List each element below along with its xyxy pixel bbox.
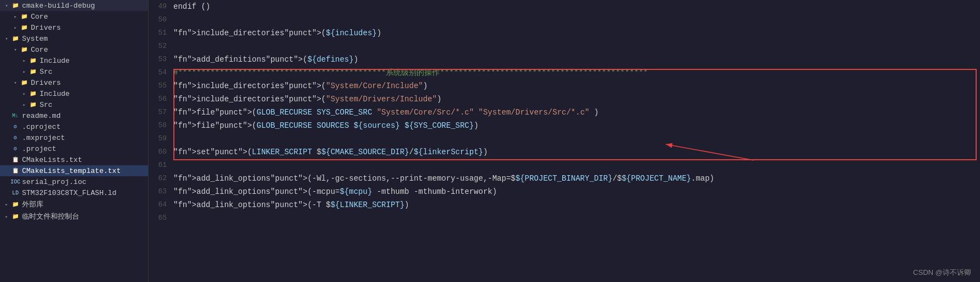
- tree-label: STM32F103C8TX_FLASH.ld: [22, 189, 117, 197]
- watermark: CSDN @诗不诉卿: [913, 268, 971, 278]
- line-number: 63: [149, 185, 173, 198]
- code-line: 65: [149, 212, 980, 225]
- line-content: [173, 40, 980, 53]
- chevron-icon: ▸: [20, 56, 29, 65]
- tree-item-src[interactable]: ▸📁Src: [0, 66, 148, 77]
- tree-label: System: [22, 35, 48, 43]
- code-line: 64"fn">add_link_options"punct">(-T $${LI…: [149, 198, 980, 212]
- line-content: [173, 132, 980, 145]
- line-content: "fn">include_directories"punct">("System…: [173, 93, 980, 106]
- chevron-icon: ▾: [11, 78, 20, 87]
- tree-item-temp[interactable]: ▸📁临时文件和控制台: [0, 210, 148, 223]
- tree-label: .mxproject: [22, 134, 65, 142]
- code-line: 51"fn">include_directories"punct">(${inc…: [149, 26, 980, 40]
- folder-icon: 📁: [20, 12, 29, 21]
- line-content: "fn">add_link_options"punct">(-T $${LINK…: [173, 198, 980, 212]
- code-lines: 49endif ()50 51"fn">include_directories"…: [149, 0, 980, 282]
- code-line: 55"fn">include_directories"punct">("Syst…: [149, 79, 980, 93]
- spacer-icon: [2, 144, 11, 153]
- line-content: "fn">add_link_options"punct">(-mcpu=${mc…: [173, 185, 980, 198]
- tree-label: CMakeLists_template.txt: [22, 167, 121, 175]
- line-content: [173, 159, 980, 172]
- tree-item-cmakelists[interactable]: 📋CMakeLists.txt: [0, 154, 148, 165]
- folder-icon: 📁: [20, 78, 29, 87]
- chevron-icon: ▾: [2, 34, 11, 43]
- file-tree[interactable]: ▾📁cmake-build-debug▸📁Core▸📁Drivers▾📁Syst…: [0, 0, 149, 282]
- folder-icon: 📁: [11, 200, 20, 209]
- spacer-icon: [2, 155, 11, 164]
- line-content: #***************************************…: [173, 66, 980, 79]
- cmake-file-icon: 📋: [11, 155, 20, 164]
- tree-label: cmake-build-debug: [22, 2, 95, 10]
- tree-item-cmakelists-template[interactable]: 📋CMakeLists_template.txt: [0, 165, 148, 176]
- spacer-icon: [2, 188, 11, 197]
- ioc-file-icon: IOC: [11, 177, 20, 186]
- line-number: 53: [149, 53, 173, 66]
- tree-label: CMakeLists.txt: [22, 156, 82, 164]
- tree-item-drivers-src[interactable]: ▸📁Src: [0, 99, 148, 110]
- tree-label: Include: [40, 90, 70, 98]
- spacer-icon: [2, 122, 11, 131]
- tree-label: serial_proj.ioc: [22, 178, 86, 186]
- tree-item-drivers[interactable]: ▾📁Drivers: [0, 77, 148, 88]
- code-line: 60"fn">set"punct">(LINKER_SCRIPT $${CMAK…: [149, 145, 980, 159]
- tree-label: .cproject: [22, 123, 61, 131]
- config-file-icon: ⚙: [11, 133, 20, 142]
- code-line: 63"fn">add_link_options"punct">(-mcpu=${…: [149, 185, 980, 198]
- line-number: 58: [149, 119, 173, 132]
- code-line: 58"fn">file"punct">(GLOB_RECURSE SOURCES…: [149, 119, 980, 132]
- folder-icon: 📁: [11, 34, 20, 43]
- tree-item-cproject[interactable]: ⚙.cproject: [0, 121, 148, 132]
- code-editor: 49endif ()50 51"fn">include_directories"…: [149, 0, 980, 282]
- tree-item-system[interactable]: ▾📁System: [0, 33, 148, 44]
- chevron-icon: ▸: [2, 200, 11, 209]
- code-line: 52: [149, 40, 980, 53]
- config-file-icon: ⚙: [11, 144, 20, 153]
- code-line: 62"fn">add_link_options"punct">(-Wl,-gc-…: [149, 172, 980, 185]
- line-content: "fn">add_definitions"punct">(${defines}): [173, 53, 980, 66]
- tree-label: readme.md: [22, 112, 61, 120]
- spacer-icon: [2, 177, 11, 186]
- code-line: 49endif (): [149, 0, 980, 13]
- tree-label: .project: [22, 145, 56, 153]
- tree-item-serial-proj[interactable]: IOCserial_proj.ioc: [0, 176, 148, 187]
- spacer-icon: [2, 133, 11, 142]
- line-number: 59: [149, 132, 173, 145]
- chevron-icon: ▸: [20, 89, 29, 98]
- line-number: 65: [149, 212, 173, 225]
- line-content: "fn">set"punct">(LINKER_SCRIPT $${CMAKE_…: [173, 145, 980, 159]
- tree-label: Include: [40, 57, 70, 65]
- tree-item-readme[interactable]: M↓readme.md: [0, 110, 148, 121]
- line-content: "fn">include_directories"punct">(${inclu…: [173, 26, 980, 40]
- md-file-icon: M↓: [11, 111, 20, 120]
- tree-item-core-top[interactable]: ▸📁Core: [0, 11, 148, 22]
- tree-item-include[interactable]: ▸📁Include: [0, 55, 148, 66]
- tree-item-drivers-include[interactable]: ▸📁Include: [0, 88, 148, 99]
- tree-item-core[interactable]: ▾📁Core: [0, 44, 148, 55]
- line-content: [173, 212, 980, 225]
- folder-icon: 📁: [29, 56, 37, 65]
- line-content: endif (): [173, 0, 980, 13]
- chevron-icon: ▸: [11, 12, 20, 21]
- code-line: 61: [149, 159, 980, 172]
- tree-item-cmake-build-debug[interactable]: ▾📁cmake-build-debug: [0, 0, 148, 11]
- line-content: [173, 13, 980, 26]
- line-number: 50: [149, 13, 173, 26]
- tree-item-stm32[interactable]: LDSTM32F103C8TX_FLASH.ld: [0, 187, 148, 198]
- line-content: "fn">add_link_options"punct">(-Wl,-gc-se…: [173, 172, 980, 185]
- tree-item-external[interactable]: ▸📁外部库: [0, 198, 148, 210]
- tree-item-mxproject[interactable]: ⚙.mxproject: [0, 132, 148, 143]
- folder-icon: 📁: [20, 45, 29, 54]
- chevron-icon: ▸: [11, 23, 20, 32]
- folder-icon: 📁: [11, 1, 20, 10]
- tree-label: Core: [31, 46, 48, 54]
- tree-item-project[interactable]: ⚙.project: [0, 143, 148, 154]
- line-number: 49: [149, 0, 173, 13]
- code-line: 59: [149, 132, 980, 145]
- tree-label: Drivers: [31, 24, 61, 32]
- line-number: 54: [149, 66, 173, 79]
- tree-item-drivers-top[interactable]: ▸📁Drivers: [0, 22, 148, 33]
- config-file-icon: ⚙: [11, 122, 20, 131]
- folder-icon: 📁: [20, 23, 29, 32]
- ld-file-icon: LD: [11, 188, 20, 197]
